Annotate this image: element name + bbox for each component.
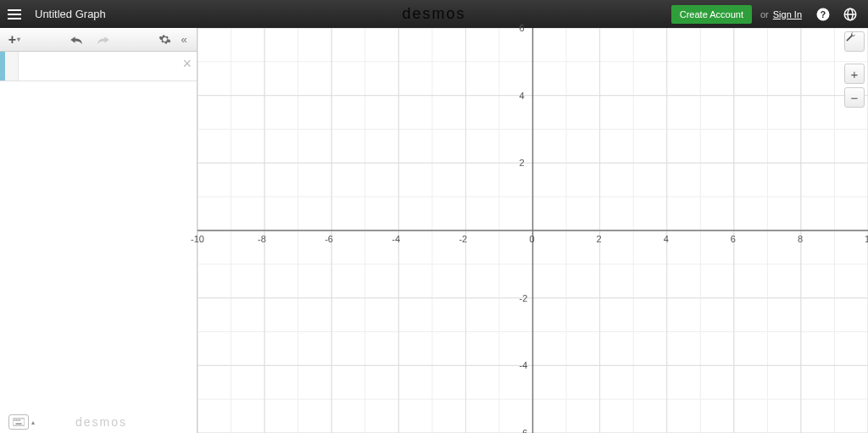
y-tick-label: -6	[520, 428, 528, 433]
settings-button[interactable]	[154, 31, 175, 49]
zoom-out-button[interactable]: −	[844, 87, 865, 108]
x-tick-label: 0	[530, 234, 535, 244]
x-tick-label: -10	[191, 234, 204, 244]
keyboard-caret-icon: ▴	[31, 419, 35, 426]
x-tick-label: -8	[258, 234, 266, 244]
redo-button[interactable]	[96, 31, 111, 49]
keyboard-toggle-button[interactable]	[8, 414, 29, 430]
expression-row-gutter	[5, 52, 19, 80]
undo-button[interactable]	[69, 31, 84, 49]
x-tick-label: 4	[664, 234, 669, 244]
menu-icon[interactable]	[0, 0, 28, 28]
svg-rect-9	[14, 419, 14, 420]
graph-settings-button[interactable]	[844, 31, 865, 52]
x-tick-label: 8	[798, 234, 803, 244]
expression-list: ×	[0, 52, 197, 433]
expression-sidebar: +▾ « × ▴ desmos	[0, 28, 198, 433]
app-header: Untitled Graph desmos Create Account or …	[0, 0, 868, 28]
help-icon[interactable]: ?	[814, 5, 832, 24]
svg-rect-2	[8, 18, 21, 19]
y-tick-label: -2	[520, 293, 528, 303]
graph-controls: + −	[844, 31, 865, 108]
sidebar-toolbar: +▾ «	[0, 28, 197, 52]
x-tick-label: 2	[597, 234, 602, 244]
or-text: or	[760, 9, 769, 19]
x-tick-label: 10	[865, 234, 868, 244]
svg-rect-0	[8, 9, 21, 11]
y-tick-label: 2	[520, 158, 525, 168]
brand-logo: desmos	[402, 5, 465, 23]
zoom-in-button[interactable]: +	[844, 64, 865, 84]
delete-expression-icon[interactable]: ×	[182, 55, 192, 73]
y-tick-label: -4	[520, 360, 528, 370]
powered-by-logo: desmos	[75, 415, 127, 429]
sidebar-footer: ▴ desmos	[0, 411, 197, 433]
x-tick-label: -6	[325, 234, 333, 244]
language-icon[interactable]	[841, 5, 860, 24]
collapse-sidebar-button[interactable]: «	[175, 31, 193, 49]
x-tick-label: -4	[392, 234, 400, 244]
sign-in-link[interactable]: Sign In	[773, 9, 802, 19]
expression-input[interactable]	[19, 52, 197, 80]
y-tick-label: 4	[520, 91, 525, 101]
svg-rect-1	[8, 14, 21, 15]
svg-rect-13	[16, 423, 22, 424]
x-tick-label: 6	[731, 234, 736, 244]
x-tick-label: -2	[459, 234, 467, 244]
create-account-button[interactable]: Create Account	[671, 5, 752, 24]
graph-canvas[interactable]: + − -10-8-6-4-20246810-6-4-2246	[198, 28, 868, 433]
svg-rect-12	[19, 419, 20, 420]
graph-title[interactable]: Untitled Graph	[35, 8, 106, 20]
svg-text:?: ?	[821, 8, 826, 19]
svg-rect-11	[18, 419, 19, 420]
add-expression-button[interactable]: +▾	[3, 31, 25, 49]
y-tick-label: 6	[520, 23, 525, 33]
svg-rect-8	[13, 419, 25, 425]
expression-row[interactable]: ×	[0, 52, 197, 81]
svg-rect-10	[16, 419, 17, 420]
